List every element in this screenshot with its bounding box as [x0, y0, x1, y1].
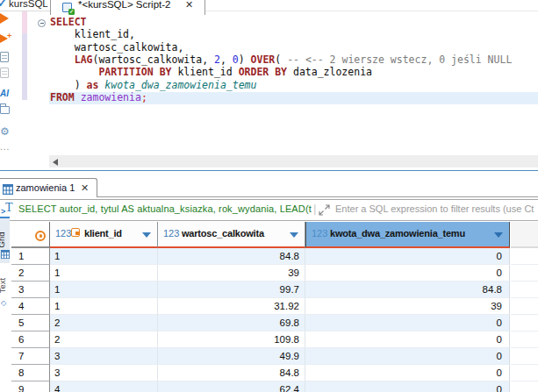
fold-collapse-icon[interactable]	[38, 19, 46, 27]
grid-cell[interactable]: 0	[305, 265, 510, 282]
presentation-tab-grid[interactable]: Grid	[0, 217, 10, 263]
grid-cell[interactable]	[511, 298, 538, 315]
row-number[interactable]: 2	[11, 265, 50, 282]
column-header-wartosc-calkowita[interactable]: 123 wartosc_calkowita	[158, 222, 305, 248]
grid-cell[interactable]	[511, 348, 538, 365]
explain-plan-button[interactable]	[0, 68, 11, 78]
results-tab-close-icon[interactable]: ✕	[81, 182, 89, 194]
more-options-button[interactable]: ...	[0, 138, 11, 153]
grid-cell[interactable]	[511, 331, 538, 348]
table-row[interactable]: 8384.80	[10, 365, 538, 381]
grid-cell[interactable]: 84.8	[158, 365, 305, 381]
row-number[interactable]: 7	[11, 348, 50, 365]
grid-cell[interactable]: 69.8	[158, 315, 305, 331]
grid-cell[interactable]: 84.8	[305, 282, 510, 298]
sql-code[interactable]: SELECT klient_id, wartosc_calkowita, LAG…	[50, 16, 512, 103]
grid-cell[interactable]	[511, 265, 538, 282]
column-dropdown-icon[interactable]	[142, 232, 151, 238]
grid-cell[interactable]: 3	[50, 348, 158, 365]
sql-script-icon: ✓	[62, 3, 73, 13]
grid-cell[interactable]: 2	[50, 315, 158, 331]
table-row[interactable]: 5269.80	[10, 315, 538, 331]
grid-cell[interactable]	[511, 282, 538, 298]
tabbar-bottom-line	[205, 11, 538, 11]
presentation-tab-text[interactable]: Text ◇	[0, 267, 10, 307]
grid-cell[interactable]: 31.92	[158, 298, 305, 315]
results-tabbar-line	[97, 196, 538, 197]
ai-assistant-button[interactable]: AI	[0, 84, 11, 100]
grid-cell[interactable]: 39	[158, 265, 305, 282]
row-number[interactable]: 5	[11, 315, 50, 331]
table-row[interactable]: 62109.80	[10, 331, 538, 348]
grid-cell[interactable]: 0	[305, 248, 510, 265]
grid-view-icon	[1, 248, 10, 261]
results-tab-bar: zamowienia 1 ✕	[0, 172, 538, 197]
grid-cell[interactable]: 3	[50, 365, 158, 381]
grid-cell[interactable]: 109.8	[158, 331, 305, 348]
code-line: ) as kwota_dwa_zamowienia_temu	[50, 79, 512, 91]
execute-script-button[interactable]	[0, 52, 11, 62]
grid-cell[interactable]	[511, 365, 538, 381]
execute-new-tab-button[interactable]: +	[0, 34, 11, 43]
grid-cell[interactable]	[511, 248, 538, 265]
sql-editor[interactable]: + AI ⚙ ... SELECT klient_id, wartosc_cal…	[0, 16, 538, 155]
results-tab-zamowienia[interactable]: zamowienia 1 ✕	[0, 178, 97, 197]
column-header-klient-id[interactable]: 123 klient_id	[50, 222, 158, 248]
filter-source-sql: SELECT autor_id, tytul AS aktualna_ksiaz…	[18, 203, 313, 214]
grid-cell[interactable]: 0	[305, 348, 510, 365]
open-file-button[interactable]	[0, 106, 11, 114]
table-row[interactable]: 9462.40	[10, 381, 538, 392]
grid-cell[interactable]: 39	[305, 298, 510, 315]
tab-close-icon[interactable]: ✕	[185, 0, 193, 11]
row-number[interactable]: 9	[11, 381, 50, 392]
row-number[interactable]: 3	[11, 282, 50, 298]
dbeaver-sql-editor-window: ✓ kursSQL ✓ *<kursSQL> Script-2 ✕ + AI ⚙…	[0, 0, 538, 392]
table-row[interactable]: 21390	[10, 265, 538, 282]
grid-cell[interactable]: 0	[305, 365, 510, 381]
grid-cell[interactable]	[511, 381, 538, 392]
grid-cell[interactable]: 99.7	[158, 282, 305, 298]
grid-cell[interactable]: 84.8	[158, 248, 305, 265]
row-number[interactable]: 6	[11, 331, 50, 348]
scroll-left-arrow-icon[interactable]	[53, 159, 58, 166]
grid-cell[interactable]: 1	[50, 248, 158, 265]
filter-expression-icon: >T	[1, 201, 15, 215]
record-target-icon	[35, 231, 46, 241]
table-row[interactable]: 3199.784.8	[10, 282, 538, 298]
grid-cell[interactable]: 4	[50, 381, 158, 392]
grid-cell[interactable]: 0	[305, 331, 510, 348]
settings-gear-icon[interactable]: ⚙	[0, 123, 11, 139]
key-badge-icon	[71, 228, 80, 237]
grid-cell[interactable]: 1	[50, 298, 158, 315]
execute-statement-button[interactable]	[0, 13, 11, 24]
table-row[interactable]: 4131.9239	[10, 298, 538, 315]
filter-input-placeholder[interactable]: Enter a SQL expression to filter results…	[335, 203, 538, 214]
table-row[interactable]: 1184.80	[10, 248, 538, 265]
grid-cell[interactable]: 2	[50, 331, 158, 348]
results-grid[interactable]: Grid Text ◇ 123 klient_id 123 wartosc_ca…	[0, 217, 538, 392]
expand-filter-icon[interactable]	[319, 203, 330, 218]
row-number[interactable]: 1	[11, 248, 50, 265]
grid-cell[interactable]: 1	[50, 282, 158, 298]
row-number[interactable]: 8	[11, 365, 50, 381]
tab-kurssql[interactable]: ✓ kursSQL	[0, 0, 50, 11]
editor-results-sash[interactable]	[0, 170, 538, 172]
tab-script-2[interactable]: ✓ *<kursSQL> Script-2 ✕	[50, 0, 205, 15]
column-dropdown-icon[interactable]	[494, 232, 503, 238]
table-row[interactable]: 7349.90	[10, 348, 538, 365]
grid-cell[interactable]	[511, 315, 538, 331]
tab-kurssql-label: kursSQL	[9, 0, 48, 9]
grid-cell[interactable]: 49.9	[158, 348, 305, 365]
column-header-kwota-dwa-zamowienia-temu[interactable]: 123 kwota_dwa_zamowienia_temu	[305, 222, 510, 248]
grid-rows[interactable]: 1184.80213903199.784.84131.92395269.8062…	[10, 248, 538, 392]
grid-cell[interactable]: 1	[50, 265, 158, 282]
column-dropdown-icon[interactable]	[290, 232, 298, 238]
grid-cell[interactable]: 0	[305, 315, 510, 331]
grid-corner-cell[interactable]	[11, 222, 50, 248]
presentation-tabs: Grid Text ◇	[0, 217, 10, 392]
grid-cell[interactable]: 0	[305, 381, 510, 392]
row-number[interactable]: 4	[11, 298, 50, 315]
editor-horizontal-scrollbar[interactable]	[49, 155, 538, 167]
text-view-icon: ◇	[1, 299, 6, 307]
grid-cell[interactable]: 62.4	[158, 381, 305, 392]
